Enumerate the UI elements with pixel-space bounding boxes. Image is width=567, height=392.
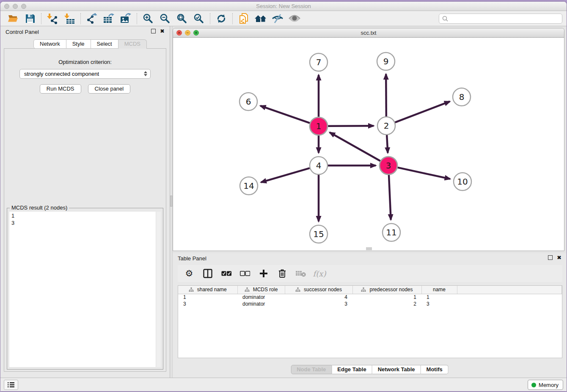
panel-splitter[interactable]: [170, 26, 173, 378]
tab-edge-table[interactable]: Edge Table: [332, 365, 372, 374]
column-label: name: [433, 287, 446, 293]
mcds-result-text[interactable]: 1 3: [9, 212, 156, 367]
application-window: Session: New Session: [0, 2, 567, 391]
table-panel-title: Table Panel: [178, 255, 206, 262]
cell-successor-nodes[interactable]: 3: [285, 301, 352, 307]
zoom-in-icon[interactable]: [140, 12, 157, 25]
graph-node-label-7: 7: [316, 57, 322, 67]
tab-mcds[interactable]: MCDS: [118, 39, 147, 49]
cell-successor-nodes[interactable]: 4: [285, 294, 352, 301]
network-window-titlebar[interactable]: ✕ − + scc.txt: [173, 28, 564, 38]
optimization-criterion-select[interactable]: strongly connected component: [19, 69, 151, 79]
graph-node-label-15: 15: [313, 229, 324, 239]
column-header-name[interactable]: name: [421, 286, 457, 294]
column-header-shared-name[interactable]: shared name: [178, 286, 237, 294]
cell-predecessor-nodes[interactable]: 2: [352, 301, 421, 307]
select-all-rows-icon[interactable]: [220, 267, 233, 280]
graph-edge-3-10[interactable]: [397, 168, 450, 179]
toolbar-separator: [232, 13, 233, 24]
float-panel-icon[interactable]: [151, 29, 156, 33]
first-neighbors-icon[interactable]: [252, 12, 269, 25]
zoom-selected-icon[interactable]: [190, 12, 207, 25]
hide-selected-icon[interactable]: [269, 12, 286, 25]
table-toolbar: ⚙: [178, 265, 562, 282]
cell-name[interactable]: 1: [421, 294, 457, 301]
network-window: ✕ − + scc.txt 79681243141015: [173, 28, 564, 251]
show-all-icon[interactable]: [286, 12, 303, 25]
graph-edge-2-8[interactable]: [395, 102, 450, 122]
cell-shared-name[interactable]: 1: [178, 294, 237, 301]
close-panel-button[interactable]: Close panel: [88, 84, 131, 94]
search-input[interactable]: [449, 14, 562, 23]
node-table[interactable]: shared nameMCDS rolesuccessor nodesprede…: [178, 285, 562, 358]
cell-MCDS-role[interactable]: dominator: [237, 294, 285, 301]
zoom-out-icon[interactable]: [157, 12, 173, 25]
column-label: predecessor nodes: [369, 287, 413, 293]
cell-filler: [457, 301, 562, 307]
graph-edge-4-14[interactable]: [261, 168, 310, 182]
run-mcds-button[interactable]: Run MCDS: [40, 84, 81, 94]
tab-network[interactable]: Network: [33, 39, 66, 49]
import-network-icon[interactable]: [44, 12, 61, 25]
column-label: successor nodes: [304, 287, 342, 293]
export-network-icon[interactable]: [83, 12, 100, 25]
cell-predecessor-nodes[interactable]: 1: [352, 294, 421, 301]
canvas-scroll-grip[interactable]: [366, 247, 372, 250]
table-row[interactable]: 3dominator323: [178, 301, 562, 307]
graph-edge-1-2[interactable]: [328, 126, 374, 126]
tab-network-table[interactable]: Network Table: [372, 365, 421, 374]
splitter-handle[interactable]: [170, 196, 172, 207]
graph-edge-3-11[interactable]: [389, 175, 391, 220]
graph-edge-3-1[interactable]: [330, 133, 380, 161]
graph-node-label-4: 4: [316, 160, 322, 171]
optimization-criterion-value: strongly connected component: [24, 71, 99, 77]
tab-style[interactable]: Style: [66, 39, 91, 49]
column-header-predecessor-nodes[interactable]: predecessor nodes: [352, 286, 421, 294]
tab-motifs[interactable]: Motifs: [421, 365, 449, 374]
result-scrollbar[interactable]: [156, 212, 161, 367]
memory-button[interactable]: Memory: [528, 380, 563, 390]
export-table-icon[interactable]: [100, 12, 117, 25]
new-network-from-selection-icon[interactable]: [235, 12, 252, 25]
delete-table-icon[interactable]: [295, 267, 307, 280]
open-file-icon[interactable]: [5, 12, 22, 25]
window-title: Session: New Session: [0, 2, 567, 11]
graph-edge-2-9[interactable]: [386, 74, 386, 116]
column-header-successor-nodes[interactable]: successor nodes: [285, 286, 352, 294]
graph-node-label-8: 8: [459, 92, 465, 102]
import-table-icon[interactable]: [61, 12, 78, 25]
hierarchy-icon: [245, 287, 250, 292]
save-session-icon[interactable]: [22, 12, 39, 25]
split-panel-icon[interactable]: [201, 267, 214, 280]
table-settings-icon[interactable]: ⚙: [183, 267, 195, 280]
graph-edge-2-3[interactable]: [387, 135, 388, 153]
task-history-button[interactable]: [4, 380, 18, 390]
network-graph[interactable]: 7968124314101511: [173, 38, 564, 250]
add-column-icon[interactable]: [257, 267, 270, 280]
search-box[interactable]: [439, 14, 562, 24]
network-window-title: scc.txt: [173, 28, 564, 38]
table-row[interactable]: 1dominator411: [178, 294, 562, 301]
delete-columns-icon[interactable]: [276, 267, 289, 280]
cell-MCDS-role[interactable]: dominator: [237, 301, 285, 307]
deselect-all-rows-icon[interactable]: [239, 267, 251, 280]
cell-name[interactable]: 3: [421, 301, 457, 307]
close-panel-icon[interactable]: ✖: [160, 29, 165, 33]
function-builder-icon[interactable]: f(x): [313, 267, 326, 280]
tab-node-table[interactable]: Node Table: [291, 365, 332, 374]
cell-shared-name[interactable]: 3: [178, 301, 237, 307]
graph-edge-1-6[interactable]: [260, 106, 310, 123]
close-table-panel-icon[interactable]: ✖: [557, 255, 561, 260]
control-panel-tabs: Network Style Select MCDS: [33, 39, 147, 49]
export-image-icon[interactable]: [117, 12, 134, 25]
chevron-up-down-icon: [144, 71, 147, 76]
tab-select[interactable]: Select: [91, 39, 118, 49]
column-header-MCDS-role[interactable]: MCDS role: [237, 286, 285, 294]
network-canvas[interactable]: 7968124314101511: [173, 38, 564, 250]
zoom-fit-icon[interactable]: [173, 12, 190, 25]
workspace: ✕ − + scc.txt 79681243141015: [173, 26, 567, 378]
graph-node-label-10: 10: [457, 177, 468, 187]
float-table-panel-icon[interactable]: [548, 255, 553, 260]
toolbar-separator: [80, 13, 81, 24]
refresh-layout-icon[interactable]: [213, 12, 230, 25]
